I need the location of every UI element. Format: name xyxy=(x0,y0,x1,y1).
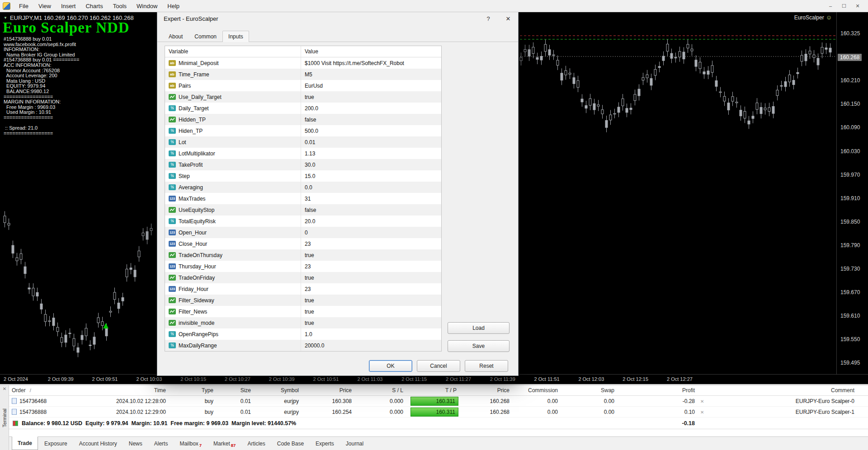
input-value[interactable]: 30.0 xyxy=(301,159,441,170)
reset-button[interactable]: Reset xyxy=(465,360,508,372)
input-value[interactable]: false xyxy=(301,204,441,216)
input-value[interactable]: 20.0 xyxy=(301,216,441,227)
terminal-tab-trade[interactable]: Trade xyxy=(12,436,38,450)
input-value[interactable]: 15.0 xyxy=(301,170,441,182)
input-value[interactable]: 0.0 xyxy=(301,182,441,193)
input-value[interactable]: 0 xyxy=(301,227,441,238)
input-row[interactable]: invisible_modetrue xyxy=(165,317,441,328)
input-value[interactable]: 1.13 xyxy=(301,148,441,159)
tab-inputs[interactable]: Inputs xyxy=(222,31,249,42)
cancel-button[interactable]: Cancel xyxy=(417,360,460,372)
input-value[interactable]: 200.0 xyxy=(301,103,441,114)
input-row[interactable]: 123Close_Hour23 xyxy=(165,238,441,249)
col-header-price[interactable]: Price xyxy=(459,387,512,394)
price-axis[interactable]: 160.325160.268160.210160.150160.090160.0… xyxy=(836,12,868,374)
menu-tools[interactable]: Tools xyxy=(108,0,132,12)
terminal-tab-mailbox[interactable]: Mailbox7 xyxy=(174,437,207,450)
terminal-tab-exposure[interactable]: Exposure xyxy=(39,437,73,450)
input-value[interactable]: true xyxy=(301,249,441,261)
col-header-symbol[interactable]: Symbol xyxy=(254,387,302,394)
input-row[interactable]: 123Thursday_Hour23 xyxy=(165,261,441,272)
col-header-tp[interactable]: T / P xyxy=(406,387,459,394)
input-row[interactable]: ½OpenRangePips1.0 xyxy=(165,328,441,340)
input-row[interactable]: ½Step15.0 xyxy=(165,170,441,182)
terminal-tab-alerts[interactable]: Alerts xyxy=(149,437,174,450)
input-value[interactable]: 20000.0 xyxy=(301,340,441,351)
input-value[interactable]: 23 xyxy=(301,283,441,295)
col-header-sl[interactable]: S / L xyxy=(354,387,406,394)
terminal-close-icon[interactable]: ✕ xyxy=(0,386,9,391)
col-header-profit[interactable]: Profit xyxy=(617,387,698,394)
order-row[interactable]: 1547368882024.10.02 12:29:00buy0.01eurjp… xyxy=(9,407,868,417)
col-header-size[interactable]: Size xyxy=(216,387,254,394)
menu-view[interactable]: View xyxy=(33,0,56,12)
dialog-help-button[interactable]: ? xyxy=(478,10,498,27)
input-value[interactable]: 31 xyxy=(301,193,441,204)
input-row[interactable]: TradeOnThursdaytrue xyxy=(165,249,441,261)
input-row[interactable]: Use_Daily_Targettrue xyxy=(165,91,441,103)
input-value[interactable]: EurUsd xyxy=(301,80,441,91)
menu-help[interactable]: Help xyxy=(162,0,184,12)
input-row[interactable]: abMinimal_Deposit$1000 Visit https://t.m… xyxy=(165,57,441,69)
input-row[interactable]: ½TotalEquityRisk20.0 xyxy=(165,216,441,227)
terminal-tab-articles[interactable]: Articles xyxy=(242,437,270,450)
col-header-order[interactable]: Order/ xyxy=(9,387,72,394)
terminal-tab-journal[interactable]: Journal xyxy=(340,437,369,450)
close-order-icon[interactable]: ✕ xyxy=(700,399,704,404)
input-row[interactable]: abPairsEurUsd xyxy=(165,80,441,91)
input-value[interactable]: 23 xyxy=(301,261,441,272)
order-row[interactable]: 1547364682024.10.02 12:28:00buy0.01eurjp… xyxy=(9,396,868,407)
input-row[interactable]: Filter_Newstrue xyxy=(165,306,441,317)
ea-chart-label[interactable]: EuroScalper ☺ xyxy=(794,14,832,21)
input-row[interactable]: ½Hiden_TP500.0 xyxy=(165,125,441,136)
menu-window[interactable]: Window xyxy=(132,0,162,12)
terminal-tab-news[interactable]: News xyxy=(123,437,148,450)
col-header-time[interactable]: Time xyxy=(72,387,169,394)
input-value[interactable]: 0.01 xyxy=(301,136,441,148)
tab-common[interactable]: Common xyxy=(189,31,222,42)
input-row[interactable]: ½LotMultiplikator1.13 xyxy=(165,148,441,159)
col-header-commission[interactable]: Commission xyxy=(512,387,561,394)
input-row[interactable]: Hidden_TPfalse xyxy=(165,114,441,125)
input-row[interactable]: 123Friday_Hour23 xyxy=(165,283,441,295)
input-row[interactable]: 123Open_Hour0 xyxy=(165,227,441,238)
input-row[interactable]: ½Averaging0.0 xyxy=(165,182,441,193)
input-value[interactable]: true xyxy=(301,295,441,306)
col-header-price[interactable]: Price xyxy=(302,387,354,394)
input-row[interactable]: ½TakeProfit30.0 xyxy=(165,159,441,170)
input-row[interactable]: 123MaxTrades31 xyxy=(165,193,441,204)
input-value[interactable]: $1000 Visit https://t.me/SoftechFX_Robot xyxy=(301,57,441,69)
load-button[interactable]: Load xyxy=(448,322,509,334)
menu-charts[interactable]: Charts xyxy=(80,0,108,12)
tab-about[interactable]: About xyxy=(163,31,189,42)
col-header-swap[interactable]: Swap xyxy=(561,387,617,394)
maximize-button[interactable]: ☐ xyxy=(841,3,847,9)
input-value[interactable]: 23 xyxy=(301,238,441,249)
close-button[interactable]: ✕ xyxy=(854,3,861,9)
input-row[interactable]: abTime_FrameM5 xyxy=(165,69,441,80)
input-value[interactable]: 1.0 xyxy=(301,328,441,340)
input-value[interactable]: true xyxy=(301,91,441,103)
menu-file[interactable]: File xyxy=(14,0,33,12)
input-value[interactable]: true xyxy=(301,272,441,283)
input-value[interactable]: 500.0 xyxy=(301,125,441,136)
input-value[interactable]: M5 xyxy=(301,69,441,80)
input-value[interactable]: false xyxy=(301,114,441,125)
input-value[interactable]: true xyxy=(301,306,441,317)
input-value[interactable]: true xyxy=(301,317,441,328)
col-header-comment[interactable]: Comment xyxy=(707,387,868,394)
terminal-tab-code-base[interactable]: Code Base xyxy=(272,437,309,450)
terminal-tab-market[interactable]: Market87 xyxy=(208,437,241,450)
dialog-title-bar[interactable]: Expert - EuroScalper ? ✕ xyxy=(157,10,518,27)
input-row[interactable]: ½MaxDailyRange20000.0 xyxy=(165,340,441,351)
close-order-icon[interactable]: ✕ xyxy=(700,410,704,415)
col-header-type[interactable]: Type xyxy=(169,387,216,394)
terminal-tab-account-history[interactable]: Account History xyxy=(74,437,123,450)
menu-insert[interactable]: Insert xyxy=(56,0,81,12)
input-row[interactable]: ½Daily_Target200.0 xyxy=(165,103,441,114)
dialog-close-button[interactable]: ✕ xyxy=(498,10,518,27)
ok-button[interactable]: OK xyxy=(369,360,412,372)
save-button[interactable]: Save xyxy=(448,340,509,352)
input-row[interactable]: UseEquityStopfalse xyxy=(165,204,441,216)
minimize-button[interactable]: – xyxy=(827,3,834,9)
